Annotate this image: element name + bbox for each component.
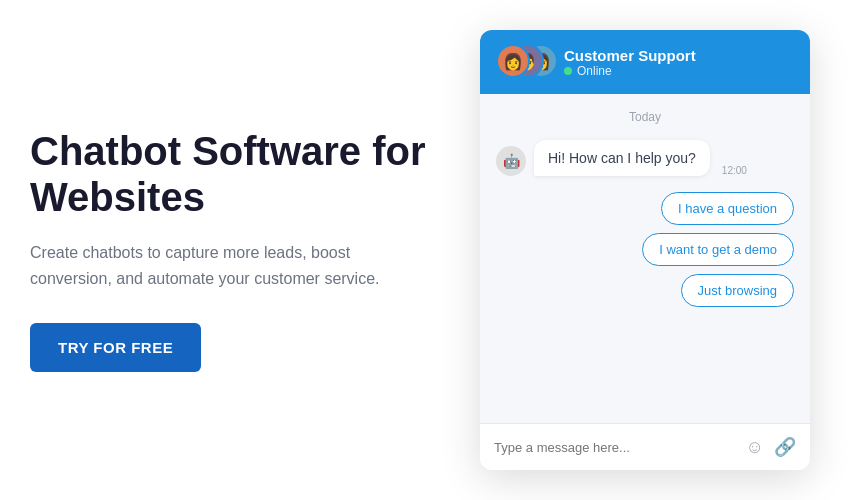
chat-footer: ☺ 🔗 — [480, 423, 810, 470]
chat-date-label: Today — [496, 110, 794, 124]
main-container: Chatbot Software for Websites Create cha… — [0, 0, 850, 500]
chat-body: Today 🤖 Hi! How can I help you? 12:00 I … — [480, 94, 810, 423]
reply-options: I have a question I want to get a demo J… — [496, 192, 794, 307]
reply-option-browsing[interactable]: Just browsing — [681, 274, 794, 307]
hero-description: Create chatbots to capture more leads, b… — [30, 240, 390, 291]
bot-bubble: Hi! How can I help you? — [534, 140, 710, 176]
hero-title-line1: Chatbot Software for — [30, 129, 426, 173]
reply-option-demo[interactable]: I want to get a demo — [642, 233, 794, 266]
hero-title: Chatbot Software for Websites — [30, 128, 440, 220]
left-panel: Chatbot Software for Websites Create cha… — [30, 128, 480, 372]
emoji-icon[interactable]: ☺ — [746, 437, 764, 458]
reply-option-question[interactable]: I have a question — [661, 192, 794, 225]
chat-header-title: Customer Support — [564, 47, 696, 64]
bot-message-row: 🤖 Hi! How can I help you? 12:00 — [496, 140, 794, 176]
cta-button[interactable]: TRY FOR FREE — [30, 323, 201, 372]
status-text: Online — [577, 64, 612, 78]
status-dot-icon — [564, 67, 572, 75]
message-time: 12:00 — [722, 165, 747, 176]
chat-header-info: Customer Support Online — [564, 47, 696, 78]
attachment-icon[interactable]: 🔗 — [774, 436, 796, 458]
avatar-group: 👩 👨 👩 — [496, 44, 552, 80]
chat-header: 👩 👨 👩 Customer Support Online — [480, 30, 810, 94]
hero-title-line2: Websites — [30, 175, 205, 219]
avatar-1: 👩 — [496, 44, 530, 78]
chat-widget: 👩 👨 👩 Customer Support Online Today — [480, 30, 810, 470]
chat-header-status: Online — [564, 64, 696, 78]
bot-avatar-icon: 🤖 — [496, 146, 526, 176]
chat-input[interactable] — [494, 440, 736, 455]
